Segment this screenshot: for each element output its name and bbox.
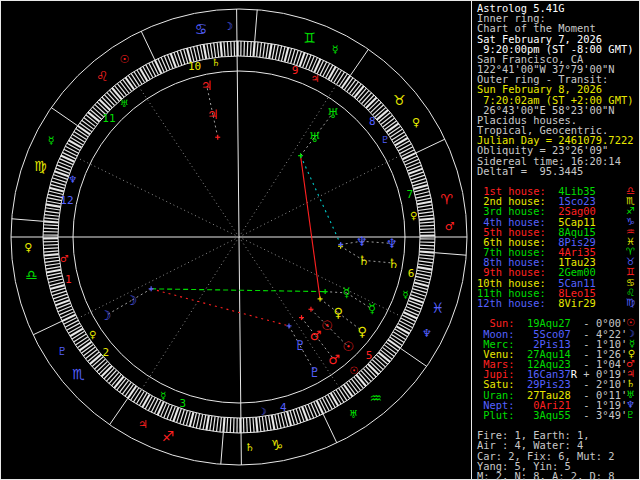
sign-boundary xyxy=(51,108,77,126)
degree-tick xyxy=(416,198,431,201)
degree-tick xyxy=(285,47,289,62)
degree-tick xyxy=(44,221,59,222)
degree-tick xyxy=(349,381,358,393)
degree-tick xyxy=(417,202,432,205)
wheel-sign-aquarius-icon: ♒ xyxy=(370,390,383,406)
degree-tick xyxy=(69,140,82,147)
degree-tick xyxy=(388,340,400,349)
wheel-planet-inner-mercury-icon: ☿ xyxy=(343,285,351,300)
degree-tick xyxy=(45,211,60,213)
degree-tick xyxy=(419,222,434,223)
degree-tick xyxy=(399,321,412,328)
degree-tick xyxy=(378,352,390,362)
degree-tick xyxy=(149,63,156,76)
degree-tick xyxy=(230,418,231,433)
astrolog-window: ♈♂♉♀♊☿♋☽♌☉♍☿♎♀♏♇♐♃♑♄♒♅♓♆1♂2♀3☿4☽5☉6☿7♀8♇… xyxy=(0,0,640,480)
degree-tick xyxy=(131,73,139,86)
degree-tick xyxy=(418,264,433,266)
degree-tick xyxy=(142,394,149,407)
degree-tick xyxy=(197,46,200,61)
degree-tick xyxy=(418,212,433,214)
wheel-planet-inner-venus-icon: ♀ xyxy=(334,305,344,320)
degree-tick xyxy=(207,44,209,59)
degree-tick xyxy=(418,208,433,210)
degree-tick xyxy=(72,134,85,142)
degree-tick xyxy=(148,397,155,410)
stat-line: M: 2, N: 8, A: 2, D: 8 xyxy=(477,471,637,480)
degree-tick xyxy=(200,45,203,60)
wheel-house-number: 1 xyxy=(65,273,72,286)
wheel-sign-virgo-icon: ♍ xyxy=(34,158,47,174)
degree-tick xyxy=(314,59,320,73)
degree-tick xyxy=(325,396,332,409)
sign-icon: ♍ xyxy=(626,298,635,308)
degree-tick xyxy=(231,41,232,56)
degree-tick xyxy=(74,334,87,342)
degree-tick xyxy=(85,349,97,358)
degree-tick xyxy=(373,105,384,115)
degree-tick xyxy=(210,43,212,58)
wheel-planet-outer-neptune-icon: ♆ xyxy=(386,236,398,251)
aspect-line-square xyxy=(301,156,321,299)
degree-tick xyxy=(356,375,366,386)
degree-tick xyxy=(223,417,224,432)
degree-tick xyxy=(368,364,379,375)
sign-boundary xyxy=(323,414,337,443)
wheel-house-number: 8 xyxy=(369,115,376,128)
degree-tick xyxy=(196,414,199,429)
wheel-planet-inner-pluto-icon: ♇ xyxy=(294,338,306,353)
degree-tick xyxy=(323,63,330,76)
degree-tick xyxy=(416,276,431,279)
degree-tick xyxy=(336,390,344,403)
wheel-sign-ruler-icon: ☽ xyxy=(223,20,233,33)
degree-tick xyxy=(106,370,116,381)
planet-row: Plut: 3Aqu55 - 3°49'♇ xyxy=(477,410,637,420)
wheel-house-ruler-icon: ♃ xyxy=(311,73,320,84)
wheel-house-number: 5 xyxy=(366,349,373,362)
wheel-planet-outer-mars-icon: ♂ xyxy=(328,352,340,367)
degree-tick xyxy=(393,332,406,340)
aspect-line-trine xyxy=(151,289,325,292)
house-cusp-line xyxy=(239,84,336,237)
wheel-house-ruler-icon: ☽ xyxy=(258,406,267,417)
wheel-sign-libra-icon: ♎ xyxy=(25,267,38,283)
degree-tick xyxy=(392,334,405,342)
degree-tick xyxy=(213,416,215,431)
degree-tick xyxy=(88,112,100,122)
wheel-planet-outer-moon-icon: ☽ xyxy=(100,308,112,323)
degree-tick xyxy=(334,70,342,83)
degree-tick xyxy=(101,366,112,377)
wheel-house-ruler-icon: ♇ xyxy=(381,134,390,145)
degree-tick xyxy=(396,326,409,333)
degree-tick xyxy=(336,72,344,85)
degree-tick xyxy=(84,117,96,126)
house-cusp-line xyxy=(142,237,239,390)
wheel-sign-pisces-icon: ♓ xyxy=(432,300,445,316)
degree-tick xyxy=(83,347,95,356)
wheel-sign-ruler-icon: ♅ xyxy=(349,408,359,421)
degree-tick xyxy=(74,131,87,139)
degree-tick xyxy=(155,60,161,74)
wheel-house-number: 10 xyxy=(188,60,201,73)
wheel-house-ruler-icon: ♀ xyxy=(89,329,96,340)
degree-tick xyxy=(387,123,399,132)
degree-tick xyxy=(70,329,83,337)
degree-tick xyxy=(136,391,144,404)
degree-tick xyxy=(420,229,435,230)
wheel-planet-outer-saturn-icon: ♄ xyxy=(388,256,400,271)
chart-wheel: ♈♂♉♀♊☿♋☽♌☉♍☿♎♀♏♇♐♃♑♄♒♅♓♆1♂2♀3☿4☽5☉6☿7♀8♇… xyxy=(0,0,472,480)
wheel-planet-outer-sun-icon: ☉ xyxy=(343,339,355,354)
degree-tick xyxy=(417,270,432,273)
degree-tick xyxy=(247,41,248,56)
degree-tick xyxy=(278,46,281,61)
degree-tick xyxy=(420,248,435,249)
degree-tick xyxy=(266,43,268,58)
degree-tick xyxy=(45,260,60,262)
degree-tick xyxy=(381,115,393,124)
wheel-house-ruler-icon: ♂ xyxy=(60,253,69,264)
degree-tick xyxy=(418,205,433,207)
degree-tick xyxy=(119,380,128,392)
degree-tick xyxy=(374,357,385,367)
wheel-house-number: 12 xyxy=(60,194,73,207)
planet-icon: ♇ xyxy=(626,410,635,420)
